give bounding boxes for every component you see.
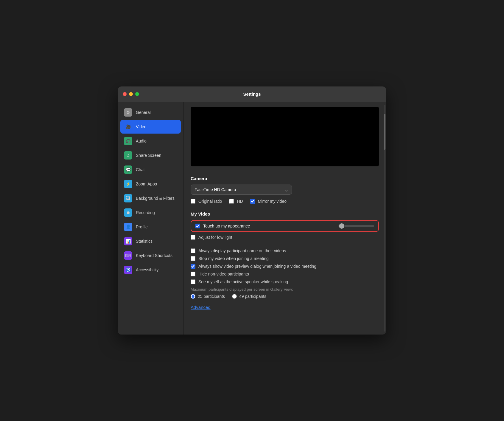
zoom-apps-icon: ⚡: [124, 180, 132, 188]
hide-non-video-row: Hide non-video participants: [191, 272, 379, 276]
settings-content: Camera FaceTime HD Camera Original ratio…: [183, 166, 386, 317]
my-video-section-label: My Video: [191, 211, 379, 216]
sidebar-item-statistics[interactable]: 📊 Statistics: [120, 234, 181, 248]
accessibility-icon: ♿: [124, 266, 132, 274]
25-participants-label: 25 participants: [198, 294, 225, 299]
hide-non-video-label: Hide non-video participants: [198, 272, 249, 276]
camera-select-wrap[interactable]: FaceTime HD Camera: [191, 185, 292, 195]
sidebar-item-recording[interactable]: ⏺ Recording: [120, 206, 181, 219]
gallery-view-label: Maximum participants displayed per scree…: [191, 287, 379, 292]
sidebar-label-accessibility: Accessibility: [136, 267, 158, 272]
settings-window: Settings ⚙ General 🎥 Video 🎧 Audio 🖥: [118, 86, 386, 335]
sidebar-label-keyboard-shortcuts: Keyboard Shortcuts: [136, 253, 172, 258]
camera-select[interactable]: FaceTime HD Camera: [191, 185, 292, 195]
always-display-name-row: Always display participant name on their…: [191, 248, 379, 253]
stop-video-row: Stop my video when joining a meeting: [191, 256, 379, 261]
profile-icon: 👤: [124, 223, 132, 231]
touch-up-label: Touch up my appearance: [203, 224, 333, 228]
sidebar-item-audio[interactable]: 🎧 Audio: [120, 134, 181, 148]
general-icon: ⚙: [124, 108, 132, 117]
slider-thumb: [339, 223, 344, 229]
video-icon: 🎥: [124, 123, 132, 131]
traffic-lights: [123, 92, 139, 96]
49-participants-row: 49 participants: [232, 294, 266, 299]
close-button[interactable]: [123, 92, 127, 96]
see-myself-row: See myself as the active speaker while s…: [191, 279, 379, 284]
keyboard-shortcuts-icon: ⌨: [124, 251, 132, 260]
sidebar-item-general[interactable]: ⚙ General: [120, 106, 181, 119]
adjust-low-light-row: Adjust for low light: [191, 235, 379, 240]
sidebar: ⚙ General 🎥 Video 🎧 Audio 🖥 Share Screen…: [118, 102, 183, 335]
divider-1: [191, 244, 379, 244]
see-myself-label: See myself as the active speaker while s…: [198, 279, 288, 284]
touch-up-highlight-box: Touch up my appearance: [191, 220, 379, 232]
original-ratio-label: Original ratio: [198, 199, 222, 204]
original-ratio-checkbox[interactable]: [191, 199, 195, 204]
sidebar-label-share-screen: Share Screen: [136, 153, 161, 158]
sidebar-label-zoom-apps: Zoom Apps: [136, 182, 157, 186]
mirror-checkbox[interactable]: [250, 199, 255, 204]
stop-video-label: Stop my video when joining a meeting: [198, 256, 269, 261]
sidebar-label-chat: Chat: [136, 167, 145, 172]
adjust-low-light-checkbox[interactable]: [191, 235, 195, 240]
always-display-name-label: Always display participant name on their…: [198, 248, 286, 253]
stop-video-checkbox[interactable]: [191, 256, 195, 261]
video-preview: [191, 107, 379, 166]
always-show-preview-label: Always show video preview dialog when jo…: [198, 264, 316, 269]
recording-icon: ⏺: [124, 208, 132, 217]
statistics-icon: 📊: [124, 237, 132, 245]
window-title: Settings: [243, 92, 261, 97]
camera-section-label: Camera: [191, 176, 379, 181]
mirror-label: Mirror my video: [258, 199, 287, 204]
49-participants-label: 49 participants: [239, 294, 266, 299]
maximize-button[interactable]: [135, 92, 139, 96]
titlebar: Settings: [118, 86, 386, 102]
sidebar-item-accessibility[interactable]: ♿ Accessibility: [120, 263, 181, 277]
always-show-preview-row: Always show video preview dialog when jo…: [191, 264, 379, 269]
sidebar-label-statistics: Statistics: [136, 239, 153, 244]
background-filters-icon: 🖼: [124, 194, 132, 202]
scrollbar-thumb[interactable]: [384, 114, 385, 150]
gallery-radio-group: 25 participants 49 participants: [191, 294, 379, 299]
always-display-name-checkbox[interactable]: [191, 248, 195, 253]
sidebar-item-share-screen[interactable]: 🖥 Share Screen: [120, 148, 181, 162]
25-participants-radio[interactable]: [191, 294, 195, 299]
see-myself-checkbox[interactable]: [191, 279, 195, 284]
camera-options-row: Original ratio HD Mirror my video: [191, 199, 379, 207]
sidebar-item-video[interactable]: 🎥 Video: [120, 120, 181, 134]
sidebar-label-general: General: [136, 110, 151, 115]
sidebar-item-profile[interactable]: 👤 Profile: [120, 220, 181, 234]
minimize-button[interactable]: [129, 92, 133, 96]
audio-icon: 🎧: [124, 137, 132, 145]
sidebar-label-profile: Profile: [136, 225, 148, 229]
sidebar-item-chat[interactable]: 💬 Chat: [120, 163, 181, 177]
sidebar-item-keyboard-shortcuts[interactable]: ⌨ Keyboard Shortcuts: [120, 249, 181, 262]
sidebar-label-video: Video: [136, 124, 147, 129]
sidebar-label-audio: Audio: [136, 139, 147, 143]
touch-up-slider[interactable]: [338, 225, 374, 227]
content-area: ⚙ General 🎥 Video 🎧 Audio 🖥 Share Screen…: [118, 102, 386, 335]
original-ratio-row: Original ratio: [191, 199, 222, 204]
sidebar-item-background-filters[interactable]: 🖼 Background & Filters: [120, 191, 181, 205]
advanced-link[interactable]: Advanced: [191, 305, 211, 310]
49-participants-radio[interactable]: [232, 294, 237, 299]
25-participants-row: 25 participants: [191, 294, 225, 299]
chat-icon: 💬: [124, 165, 132, 174]
sidebar-label-recording: Recording: [136, 210, 155, 215]
scrollbar[interactable]: [384, 105, 385, 332]
touch-up-checkbox[interactable]: [195, 224, 200, 228]
hd-row: HD: [229, 199, 243, 204]
hide-non-video-checkbox[interactable]: [191, 272, 195, 276]
mirror-row: Mirror my video: [250, 199, 287, 204]
hd-checkbox[interactable]: [229, 199, 234, 204]
sidebar-label-background-filters: Background & Filters: [136, 196, 175, 201]
hd-label: HD: [237, 199, 243, 204]
main-content: Camera FaceTime HD Camera Original ratio…: [183, 102, 386, 335]
always-show-preview-checkbox[interactable]: [191, 264, 195, 269]
touch-up-slider-wrap[interactable]: [338, 225, 374, 227]
sidebar-item-zoom-apps[interactable]: ⚡ Zoom Apps: [120, 177, 181, 191]
adjust-low-light-label: Adjust for low light: [198, 235, 232, 240]
share-screen-icon: 🖥: [124, 151, 132, 160]
